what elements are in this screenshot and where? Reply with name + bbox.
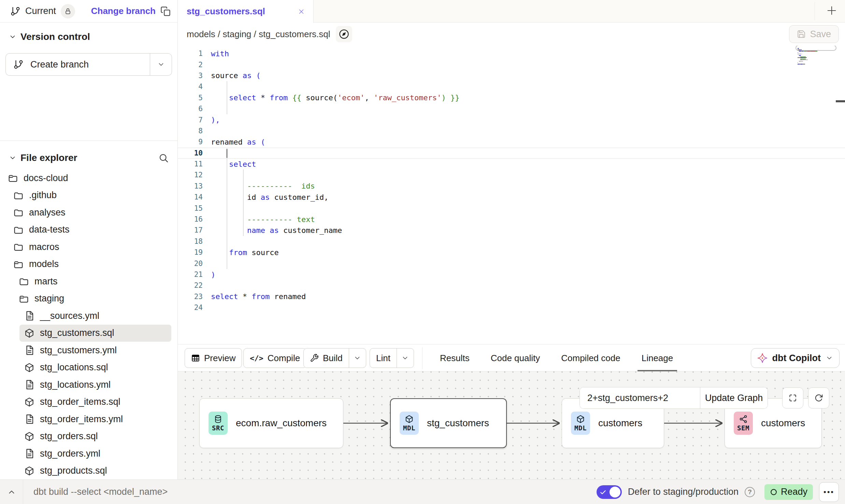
copilot-compass-button[interactable]	[336, 26, 352, 42]
code-line[interactable]: 4	[178, 81, 845, 92]
tabstrip-divider	[815, 2, 815, 20]
lineage-node-ecom.raw_customers-src[interactable]: SRCecom.raw_customers	[199, 398, 343, 448]
code-line[interactable]: 2	[178, 59, 845, 70]
create-branch-button[interactable]: Create branch	[6, 54, 150, 75]
code-line[interactable]: 11 select	[178, 159, 845, 169]
file-tree-item-inner: .github	[9, 187, 171, 204]
lineage-selector-group: Update Graph	[579, 387, 768, 409]
line-number: 7	[178, 116, 203, 124]
code-line[interactable]: 10	[178, 148, 845, 159]
code-line[interactable]: 17 name as customer_name	[178, 225, 845, 236]
lint-dropdown[interactable]	[397, 349, 414, 368]
expand-command-bar-button[interactable]	[0, 480, 23, 504]
status-bar-right: Defer to staging/production ? Ready •••	[597, 480, 839, 504]
lineage-node-stg_customers-mdl[interactable]: MDLstg_customers	[390, 398, 507, 448]
change-branch-link[interactable]: Change branch	[91, 6, 156, 16]
file-explorer-header[interactable]: File explorer	[0, 141, 177, 169]
preview-label: Preview	[204, 353, 235, 364]
file-tree-item-stg_order_items.yml[interactable]: stg_order_items.yml	[0, 411, 177, 428]
panel-tab-code-quality[interactable]: Code quality	[482, 344, 549, 372]
file-tree-item-staging[interactable]: staging	[0, 290, 177, 308]
file-tree-item-models[interactable]: models	[0, 256, 177, 273]
code-line[interactable]: 12	[178, 169, 845, 180]
lineage-selector-input[interactable]	[580, 387, 700, 409]
code-line[interactable]: 19 from source	[178, 247, 845, 258]
build-dropdown[interactable]	[349, 349, 366, 368]
file-tree-item-stg_locations.sql[interactable]: stg_locations.sql	[0, 359, 177, 376]
version-control-header[interactable]: Version control	[5, 31, 172, 42]
file-tree-item-__sources.yml[interactable]: __sources.yml	[0, 307, 177, 325]
create-branch-split-button: Create branch	[5, 53, 172, 76]
code-text: name as customer_name	[203, 226, 342, 235]
file-search-button[interactable]	[158, 153, 169, 163]
preview-button[interactable]: Preview	[185, 348, 242, 368]
lint-button[interactable]: Lint	[370, 349, 397, 368]
more-options-button[interactable]: •••	[819, 482, 839, 502]
file-tree-item-marts[interactable]: marts	[0, 273, 177, 290]
code-line[interactable]: 20	[178, 258, 845, 269]
file-tree-item-analyses[interactable]: analyses	[0, 204, 177, 221]
scrollbar-marker[interactable]	[836, 100, 845, 102]
close-tab-icon[interactable]	[298, 8, 305, 15]
search-icon	[158, 153, 169, 163]
dbt-copilot-button[interactable]: dbt Copilot	[751, 348, 840, 368]
command-input[interactable]: dbt build --select <model_name>	[33, 487, 168, 497]
code-line[interactable]: 16 ---------- text	[178, 214, 845, 225]
file-tree-item-stg_customers.yml[interactable]: stg_customers.yml	[0, 342, 177, 359]
minimap[interactable]	[798, 48, 835, 65]
code-icon: </>	[250, 354, 263, 362]
code-line[interactable]: 21)	[178, 269, 845, 280]
code-line[interactable]: 23select * from renamed	[178, 291, 845, 302]
semantic-graph-icon	[739, 415, 748, 424]
panel-tab-results[interactable]: Results	[431, 344, 478, 372]
file-tree-item-.github[interactable]: .github	[0, 187, 177, 204]
help-icon[interactable]: ?	[745, 487, 755, 497]
code-line[interactable]: 7),	[178, 114, 845, 125]
code-line[interactable]: 6	[178, 103, 845, 114]
code-line[interactable]: 3source as (	[178, 70, 845, 81]
code-line[interactable]: 14 id as customer_id,	[178, 192, 845, 203]
file-tree-item-data-tests[interactable]: data-tests	[0, 221, 177, 239]
file-tree-item-stg_order_items.sql[interactable]: stg_order_items.sql	[0, 394, 177, 411]
update-graph-button[interactable]: Update Graph	[700, 387, 768, 409]
compile-button[interactable]: </> Compile	[243, 348, 306, 368]
file-tree-item-docs-cloud[interactable]: docs-cloud	[0, 169, 177, 187]
fullscreen-button[interactable]	[782, 387, 803, 409]
file-name: models	[29, 259, 59, 269]
node-type-badge: MDL	[571, 412, 590, 435]
code-line[interactable]: 13 ---------- ids	[178, 181, 845, 192]
tab-stg-customers-sql[interactable]: stg_customers.sql	[178, 0, 314, 23]
new-tab-button[interactable]	[826, 5, 837, 18]
code-line[interactable]: 9renamed as (	[178, 136, 845, 147]
code-text: renamed as (	[203, 138, 265, 146]
code-line[interactable]: 1with	[178, 48, 845, 59]
model-cube-icon	[24, 328, 34, 338]
dbt-copilot-label: dbt Copilot	[772, 353, 821, 364]
code-line[interactable]: 24	[178, 302, 845, 313]
file-tree-item-stg_products.sql[interactable]: stg_products.sql	[0, 462, 177, 480]
code-line[interactable]: 22	[178, 280, 845, 291]
file-tree-item-stg_customers.sql[interactable]: stg_customers.sql	[0, 325, 177, 342]
panel-tab-compiled-code[interactable]: Compiled code	[552, 344, 629, 372]
refresh-graph-button[interactable]	[808, 387, 829, 409]
defer-toggle[interactable]	[597, 485, 622, 499]
status-bar-left: dbt build --select <model_name>	[0, 480, 168, 504]
code-line[interactable]: 5 select * from {{ source('ecom', 'raw_c…	[178, 92, 845, 103]
file-tree-item-stg_orders.yml[interactable]: stg_orders.yml	[0, 445, 177, 462]
panel-tab-lineage[interactable]: Lineage	[633, 344, 682, 372]
save-button[interactable]: Save	[789, 25, 839, 43]
code-line[interactable]: 15	[178, 203, 845, 213]
code-editor[interactable]: 1with23source as (45 select * from {{ so…	[178, 46, 845, 344]
file-tree-item-stg_locations.yml[interactable]: stg_locations.yml	[0, 376, 177, 394]
file-tree-item-stg_orders.sql[interactable]: stg_orders.sql	[0, 428, 177, 445]
folder-icon	[13, 207, 24, 218]
create-branch-dropdown[interactable]	[150, 54, 172, 75]
file-tree-item-macros[interactable]: macros	[0, 238, 177, 256]
folder-icon	[13, 242, 24, 252]
build-button[interactable]: Build	[304, 349, 349, 368]
status-circle-icon	[770, 488, 777, 496]
code-line[interactable]: 18	[178, 236, 845, 247]
copy-icon[interactable]	[160, 6, 171, 16]
line-number: 18	[178, 237, 203, 246]
code-line[interactable]: 8	[178, 125, 845, 136]
